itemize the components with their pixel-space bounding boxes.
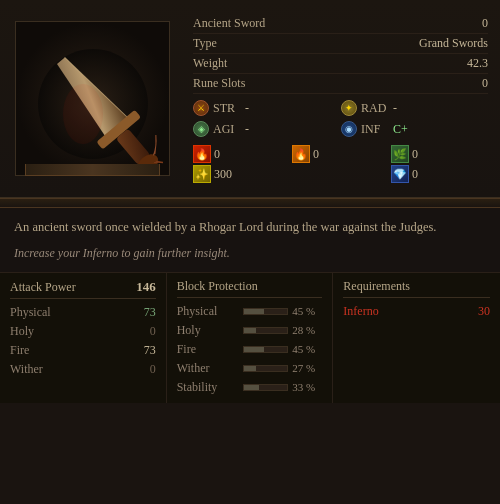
rune-slots-label: Rune Slots: [193, 76, 245, 91]
attack-power-column: Attack Power 146 Physical 73 Holy 0 Fire…: [0, 273, 167, 403]
bp-wither-label: Wither: [177, 361, 210, 376]
rad-row: ✦ RAD -: [341, 98, 488, 118]
bp-stability-label: Stability: [177, 380, 218, 395]
dmg-cell-3: 🌿 0: [391, 145, 488, 163]
str-row: ⚔ STR -: [193, 98, 340, 118]
section-divider: [0, 198, 500, 208]
svg-point-6: [63, 84, 103, 144]
dmg-val-1: 0: [214, 147, 220, 162]
green-icon: 🌿: [391, 145, 409, 163]
bp-fire-bar: [243, 346, 288, 353]
bp-physical-pct: 45 %: [292, 305, 322, 317]
level-label: Ancient Sword: [193, 16, 265, 31]
requirements-header: Requirements: [343, 279, 490, 298]
agi-label: AGI: [213, 122, 241, 137]
dmg-val-2: 0: [313, 147, 319, 162]
inf-row: ◉ INF C+: [341, 119, 488, 139]
str-icon: ⚔: [193, 100, 209, 116]
dmg-val-3: 0: [412, 147, 418, 162]
ap-holy-row: Holy 0: [10, 322, 156, 341]
requirements-label: Requirements: [343, 279, 410, 294]
item-description: An ancient sword once wielded by a Rhoga…: [14, 218, 486, 237]
stats-panel: Ancient Sword 0 Type Grand Swords Weight…: [185, 8, 500, 189]
item-image-container: [0, 8, 185, 189]
holy-icon: ✨: [193, 165, 211, 183]
agi-row: ◈ AGI -: [193, 119, 340, 139]
block-protection-header: Block Protection: [177, 279, 323, 298]
bp-stability-pct: 33 %: [292, 381, 322, 393]
fire-orange-icon: 🔥: [292, 145, 310, 163]
rune-slots-value: 0: [482, 76, 488, 91]
str-value: -: [245, 101, 249, 116]
inf-label: INF: [361, 122, 389, 137]
rune-slots-row: Rune Slots 0: [193, 74, 488, 94]
bottom-stats: Attack Power 146 Physical 73 Holy 0 Fire…: [0, 273, 500, 403]
bp-holy-bar: [243, 327, 288, 334]
ap-physical-row: Physical 73: [10, 303, 156, 322]
bp-physical-bar-container: 45 %: [243, 305, 322, 317]
bp-fire-bar-container: 45 %: [243, 343, 322, 355]
type-value: Grand Swords: [419, 36, 488, 51]
inf-value: C+: [393, 122, 408, 137]
requirements-column: Requirements Inferno 30: [333, 273, 500, 403]
bp-fire-fill: [244, 347, 263, 352]
rad-icon: ✦: [341, 100, 357, 116]
dmg-cell-6: 💎 0: [391, 165, 488, 183]
bp-wither-bar-container: 27 %: [243, 362, 322, 374]
attack-power-header: Attack Power 146: [10, 279, 156, 299]
bp-fire-pct: 45 %: [292, 343, 322, 355]
ap-fire-value: 73: [144, 343, 156, 358]
block-protection-label: Block Protection: [177, 279, 258, 294]
ap-wither-row: Wither 0: [10, 360, 156, 379]
bp-wither-row: Wither 27 %: [177, 359, 323, 378]
str-label: STR: [213, 101, 241, 116]
dmg-cell-5: [292, 165, 389, 183]
bp-physical-fill: [244, 309, 263, 314]
bp-holy-row: Holy 28 %: [177, 321, 323, 340]
req-inferno-label: Inferno: [343, 304, 378, 319]
ap-fire-label: Fire: [10, 343, 29, 358]
weight-label: Weight: [193, 56, 227, 71]
bp-wither-pct: 27 %: [292, 362, 322, 374]
bp-holy-pct: 28 %: [292, 324, 322, 336]
dmg-cell-2: 🔥 0: [292, 145, 389, 163]
inf-icon: ◉: [341, 121, 357, 137]
sword-icon: [23, 29, 163, 169]
item-artwork: [15, 21, 170, 176]
bp-wither-fill: [244, 366, 256, 371]
req-inferno-row: Inferno 30: [343, 302, 490, 321]
attributes-grid: ⚔ STR - ✦ RAD - ◈ AGI - ◉ INF C+: [193, 98, 488, 139]
bp-wither-bar: [243, 365, 288, 372]
bp-physical-bar: [243, 308, 288, 315]
type-row: Type Grand Swords: [193, 34, 488, 54]
bp-holy-label: Holy: [177, 323, 201, 338]
attack-power-total: 146: [136, 279, 156, 295]
ap-holy-value: 0: [150, 324, 156, 339]
dmg-val-4: 300: [214, 167, 232, 182]
weight-row: Weight 42.3: [193, 54, 488, 74]
block-protection-column: Block Protection Physical 45 % Holy 28 %…: [167, 273, 334, 403]
ap-wither-label: Wither: [10, 362, 43, 377]
top-section: Ancient Sword 0 Type Grand Swords Weight…: [0, 0, 500, 198]
rad-value: -: [393, 101, 397, 116]
level-value: 0: [482, 16, 488, 31]
weight-value: 42.3: [467, 56, 488, 71]
agi-icon: ◈: [193, 121, 209, 137]
bp-stability-row: Stability 33 %: [177, 378, 323, 397]
ap-physical-label: Physical: [10, 305, 51, 320]
bp-fire-row: Fire 45 %: [177, 340, 323, 359]
insight-text: Increase your Inferno to gain further in…: [14, 245, 486, 262]
dmg-val-6: 0: [412, 167, 418, 182]
type-label: Type: [193, 36, 217, 51]
bp-holy-bar-container: 28 %: [243, 324, 322, 336]
attack-power-label: Attack Power: [10, 280, 76, 295]
fire-red-icon: 🔥: [193, 145, 211, 163]
description-section: An ancient sword once wielded by a Rhoga…: [0, 208, 500, 273]
req-inferno-value: 30: [478, 304, 490, 319]
bp-fire-label: Fire: [177, 342, 196, 357]
agi-value: -: [245, 122, 249, 137]
bp-physical-label: Physical: [177, 304, 218, 319]
ap-holy-label: Holy: [10, 324, 34, 339]
ap-fire-row: Fire 73: [10, 341, 156, 360]
bp-holy-fill: [244, 328, 256, 333]
